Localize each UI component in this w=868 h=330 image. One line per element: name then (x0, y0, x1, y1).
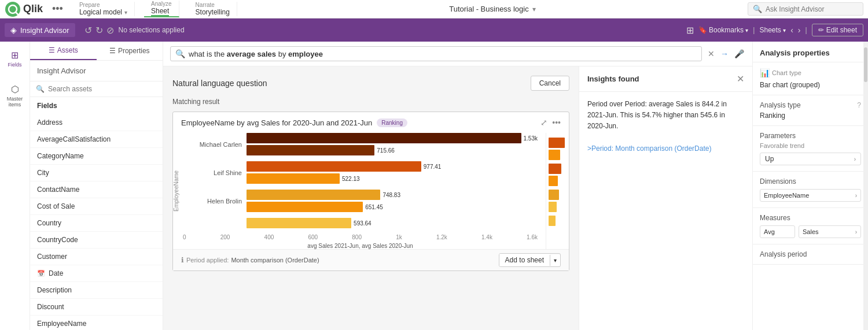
field-item-countrycode[interactable]: CountryCode (30, 232, 163, 249)
submit-query-icon[interactable]: → (719, 48, 730, 60)
clear-query-icon[interactable]: ✕ (707, 48, 716, 60)
nav-prepare[interactable]: Prepare Logical model ▾ (72, 2, 135, 16)
mini-bar-4 (549, 176, 558, 186)
nav-narrate-value: Storytelling (196, 8, 230, 16)
ranking-badge: Ranking (377, 118, 407, 127)
cancel-button[interactable]: Cancel (531, 76, 569, 91)
parameters-section: Parameters Favorable trend Up › (753, 126, 868, 172)
bar-leif-1 (247, 161, 421, 172)
nav-analyze[interactable]: Analyze Sheet (144, 1, 179, 17)
master-items-label: Master items (3, 96, 26, 107)
insights-title: Insights found (587, 75, 639, 83)
dimension-arrow: › (855, 192, 857, 199)
measure-agg-button[interactable]: Avg (760, 225, 795, 238)
ia-search-input-wrap[interactable]: 🔍 what is the average sales by employee (170, 46, 702, 61)
ask-insight-advisor-input[interactable] (766, 5, 847, 13)
field-item-date[interactable]: 📅 Date (30, 265, 163, 282)
chart-menu-icon[interactable]: ••• (552, 118, 561, 127)
employee-label-michael: Michael Carlen (183, 141, 247, 148)
dimension-employeename-button[interactable]: EmployeeName › (760, 189, 861, 202)
field-item-contactname[interactable]: ContactName (30, 181, 163, 198)
field-item-description[interactable]: Description (30, 282, 163, 299)
nav-prepare-dropdown[interactable]: ▾ (124, 9, 127, 16)
add-to-sheet-button[interactable]: Add to sheet ▾ (499, 253, 561, 267)
search-assets-input[interactable] (48, 85, 157, 93)
favorable-trend-dropdown[interactable]: Up › (760, 153, 861, 165)
ask-insight-advisor-search[interactable]: 🔍 (748, 2, 863, 16)
nav-dots-button[interactable]: ••• (52, 3, 63, 15)
chart-header: EmployeeName by avg Sales for 2020-Jun a… (173, 112, 569, 133)
analysis-scrollbar-thumb[interactable] (864, 47, 867, 82)
chart-type-icon: 📊 (760, 68, 770, 77)
x-tick-400: 400 (264, 234, 274, 240)
x-tick-1k: 1k (396, 234, 402, 240)
expand-icon[interactable]: ⤢ (540, 118, 547, 127)
field-item-date-label: Date (49, 269, 63, 277)
employee-label-leif: Leif Shine (183, 169, 247, 176)
main-content: 🔍 what is the average sales by employee … (163, 42, 752, 330)
search-assets-bar[interactable]: 🔍 (30, 81, 163, 97)
sheets-button[interactable]: Sheets ▾ (759, 26, 786, 34)
employee-label-helen: Helen Brolin (183, 198, 247, 205)
tab-properties[interactable]: ☰ Properties (97, 42, 163, 60)
sidebar-item-master-items[interactable]: ⬡ Master items (0, 80, 30, 111)
grid-icon[interactable]: ⊞ (686, 25, 694, 36)
field-item-employeename[interactable]: EmployeeName (30, 316, 163, 330)
add-to-sheet-dropdown[interactable]: ▾ (550, 255, 560, 266)
bookmarks-dropdown[interactable]: ▾ (745, 27, 748, 34)
edit-sheet-button[interactable]: ✏ Edit sheet (812, 24, 863, 36)
bar-helen-1 (247, 190, 380, 200)
mic-icon[interactable]: 🎤 (733, 48, 745, 60)
ia-search-bar: 🔍 what is the average sales by employee … (163, 42, 752, 66)
properties-tab-label: Properties (118, 47, 150, 55)
field-item-country[interactable]: Country (30, 215, 163, 232)
add-to-sheet-label: Add to sheet (499, 254, 550, 266)
measure-field-button[interactable]: Sales › (799, 225, 861, 238)
field-item-averagecallsatisfaction[interactable]: AverageCallSatisfaction (30, 131, 163, 148)
field-item-costofsale[interactable]: Cost of Sale (30, 198, 163, 215)
insights-close-button[interactable]: ✕ (737, 73, 744, 84)
field-item-discount[interactable]: Discount (30, 299, 163, 316)
clear-icon[interactable]: ⊘ (106, 25, 114, 36)
next-sheet-icon[interactable]: › (798, 25, 801, 35)
sidebar-item-fields[interactable]: ⊞ Fields (4, 46, 25, 71)
insight-advisor-button[interactable]: ◈ Insight Advisor (5, 23, 75, 37)
analysis-type-value: Ranking (760, 112, 861, 120)
x-axis-label: avg Sales 2021-Jun, avg Sales 2020-Jun (183, 243, 538, 249)
x-tick-12k: 1.2k (436, 234, 447, 240)
insights-link[interactable]: >Period: Month comparison (OrderDate) (587, 144, 711, 153)
field-item-customer[interactable]: Customer (30, 249, 163, 265)
field-item-address[interactable]: Address (30, 114, 163, 131)
favorable-trend-label: Favorable trend (760, 142, 804, 149)
bar-value-helen-1: 748.83 (382, 192, 400, 198)
mini-bar-1 (549, 138, 565, 148)
bar-leif-2 (247, 173, 340, 184)
sheets-dropdown[interactable]: ▾ (783, 27, 786, 34)
bar-michael-2 (247, 145, 374, 155)
ia-search-icon: 🔍 (175, 49, 185, 58)
measures-label: Measures (760, 214, 861, 222)
analysis-type-info-icon[interactable]: ? (857, 101, 861, 109)
bar-group-michael: 1.53k 715.66 (247, 133, 538, 155)
nlq-area: Natural language question Cancel Matchin… (163, 66, 752, 330)
tab-assets[interactable]: ☰ Assets (30, 42, 97, 60)
y-axis-label: EmployeeName (173, 133, 179, 249)
bar-group-helen: 748.83 651.45 (247, 190, 538, 212)
field-item-city[interactable]: City (30, 165, 163, 181)
main-area: ⊞ Fields ⬡ Master items ☰ Assets ☰ Prope… (0, 42, 868, 330)
matching-result-label: Matching result (172, 98, 569, 106)
field-item-categoryname[interactable]: CategoryName (30, 148, 163, 165)
nav-narrate[interactable]: Narrate Storytelling (189, 2, 237, 16)
bar-row-leif: Leif Shine 977.41 522.13 (183, 161, 538, 184)
ia-query-text: what is the average sales by employee (189, 50, 323, 58)
nav-analyze-label: Analyze (151, 1, 172, 7)
prev-sheet-icon[interactable]: ‹ (790, 25, 793, 35)
title-dropdown-icon[interactable]: ▾ (532, 5, 536, 13)
period-value-text[interactable]: Month comparison (OrderDate) (231, 257, 319, 264)
bookmarks-button[interactable]: 🔖 Bookmarks ▾ (698, 26, 749, 34)
undo-icon[interactable]: ↺ (84, 25, 92, 36)
bar-value-last-1: 593.64 (354, 220, 372, 227)
bar-last-1 (247, 218, 351, 228)
redo-icon[interactable]: ↻ (95, 25, 103, 36)
x-tick-200: 200 (220, 234, 230, 240)
